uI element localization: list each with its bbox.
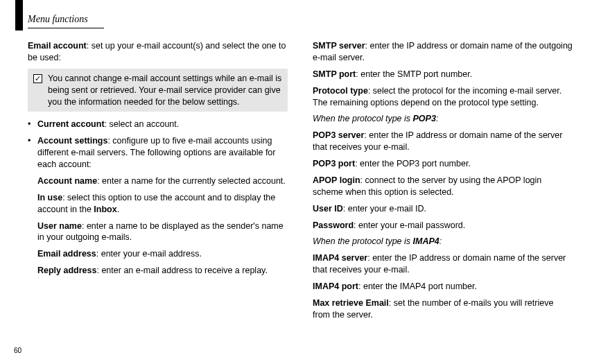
password-label: Password: [313, 220, 354, 230]
page-header: Menu functions: [28, 14, 573, 32]
smtp-server-label: SMTP server: [313, 41, 365, 51]
reply-address-label: Reply address: [37, 266, 96, 275]
when-imap-c: :: [439, 236, 442, 246]
current-account-label: Current account: [37, 119, 105, 129]
in-use-label: In use: [37, 193, 62, 202]
pop3-port-text: : enter the POP3 port number.: [355, 159, 471, 168]
bullet-body: Current account: select an account.: [37, 119, 179, 130]
header-tab-decoration: [15, 0, 23, 31]
left-column: Email account: set up your e-mail accoun…: [28, 40, 288, 326]
bullet-account-settings: • Account settings: configure up to five…: [28, 135, 288, 171]
smtp-port-para: SMTP port: enter the SMTP port number.: [313, 69, 573, 80]
email-address-label: Email address: [37, 249, 96, 259]
when-pop3-c: :: [436, 114, 438, 123]
bullet-dot-icon: •: [28, 119, 37, 130]
when-imap-para: When the protocol type is IMAP4:: [313, 236, 573, 248]
pop3-port-para: POP3 port: enter the POP3 port number.: [313, 158, 573, 170]
bullet-body: Account settings: configure up to five e…: [37, 135, 288, 171]
user-id-label: User ID: [313, 204, 343, 214]
when-imap-a: When the protocol type is: [313, 236, 413, 246]
imap4-port-text: : enter the IMAP4 port number.: [358, 281, 477, 291]
smtp-server-para: SMTP server: enter the IP address or dom…: [313, 40, 573, 64]
imap4-port-para: IMAP4 port: enter the IMAP4 port number.: [313, 281, 573, 293]
check-icon: [33, 74, 42, 83]
in-use-para: In use: select this option to use the ac…: [37, 192, 288, 216]
max-retrieve-label: Max retrieve Email: [313, 298, 389, 308]
password-text: : enter your e-mail password.: [354, 220, 465, 230]
apop-label: APOP login: [313, 175, 360, 185]
protocol-type-label: Protocol type: [313, 86, 368, 96]
account-settings-label: Account settings: [37, 136, 107, 146]
password-para: Password: enter your e-mail password.: [313, 220, 573, 232]
when-imap-b: IMAP4: [413, 236, 439, 246]
protocol-type-para: Protocol type: select the protocol for t…: [313, 85, 573, 109]
email-account-para: Email account: set up your e-mail accoun…: [28, 40, 288, 64]
user-id-para: User ID: enter your e-mail ID.: [313, 203, 573, 215]
smtp-port-label: SMTP port: [313, 69, 356, 79]
bullet-current-account: • Current account: select an account.: [28, 119, 288, 130]
when-pop3-b: POP3: [413, 114, 436, 123]
pop3-server-label: POP3 server: [313, 130, 364, 140]
page-number: 60: [14, 347, 21, 354]
imap4-port-label: IMAP4 port: [313, 281, 358, 291]
right-column: SMTP server: enter the IP address or dom…: [313, 40, 573, 326]
account-name-label: Account name: [37, 176, 97, 186]
reply-address-para: Reply address: enter an e-mail address t…: [37, 265, 288, 277]
in-use-text-b: .: [117, 205, 119, 214]
user-id-text: : enter your e-mail ID.: [343, 204, 426, 214]
email-address-para: Email address: enter your e-mail address…: [37, 248, 288, 260]
in-use-inbox: Inbox: [94, 205, 116, 214]
pop3-server-para: POP3 server: enter the IP address or dom…: [313, 130, 573, 153]
email-address-text: : enter your e-mail address.: [96, 249, 202, 259]
in-use-text-a: : select this option to use the account …: [37, 193, 275, 214]
current-account-text: : select an account.: [105, 119, 180, 129]
account-name-para: Account name: enter a name for the curre…: [37, 175, 288, 187]
email-account-label: Email account: [28, 41, 87, 51]
when-pop3-para: When the protocol type is POP3:: [313, 113, 573, 125]
account-name-text: : enter a name for the currently selecte…: [97, 176, 286, 186]
max-retrieve-para: Max retrieve Email: set the number of e-…: [313, 297, 573, 321]
apop-para: APOP login: connect to the server by usi…: [313, 175, 573, 198]
reply-address-text: : enter an e-mail address to receive a r…: [96, 266, 267, 275]
when-pop3-a: When the protocol type is: [313, 114, 413, 123]
header-rule: [28, 28, 104, 28]
user-name-para: User name: enter a name to be displayed …: [37, 220, 288, 244]
note-text: You cannot change e-mail account setting…: [48, 73, 282, 108]
imap4-server-label: IMAP4 server: [313, 253, 367, 263]
bullet-dot-icon: •: [28, 135, 37, 171]
user-name-label: User name: [37, 221, 82, 231]
pop3-port-label: POP3 port: [313, 159, 355, 168]
smtp-port-text: : enter the SMTP port number.: [356, 69, 472, 79]
imap4-server-para: IMAP4 server: enter the IP address or do…: [313, 252, 573, 276]
note-box: You cannot change e-mail account setting…: [28, 69, 288, 112]
content-columns: Email account: set up your e-mail accoun…: [28, 40, 573, 326]
section-title: Menu functions: [28, 14, 88, 25]
